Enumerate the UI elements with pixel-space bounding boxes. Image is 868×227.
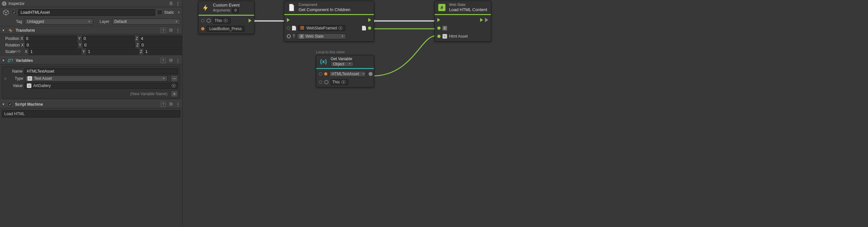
node-subtitle: Web Slate bbox=[449, 3, 487, 7]
script-machine-title: Script Machine bbox=[15, 102, 158, 107]
help-icon[interactable]: ? bbox=[161, 28, 166, 33]
gameobject-row: Static ▼ bbox=[0, 7, 182, 18]
tag-label: Tag bbox=[13, 19, 22, 24]
var-name-field[interactable] bbox=[25, 68, 178, 74]
static-label: Static bbox=[164, 10, 174, 15]
htmlasset-input-port[interactable] bbox=[437, 35, 440, 38]
flow-output-port[interactable] bbox=[249, 19, 251, 23]
hash-icon: # bbox=[442, 26, 447, 30]
static-dropdown-icon[interactable]: ▼ bbox=[177, 11, 180, 14]
preset-icon[interactable] bbox=[168, 28, 173, 33]
arguments-count[interactable]: 0 bbox=[232, 8, 239, 13]
drag-handle-icon[interactable]: ≡ bbox=[4, 76, 7, 80]
scale-link-icon[interactable] bbox=[15, 50, 20, 54]
scale-x-field[interactable] bbox=[29, 49, 81, 55]
gameobject-icon bbox=[206, 18, 211, 23]
layer-dropdown[interactable]: Default▼ bbox=[112, 19, 181, 25]
transform-header[interactable]: ▼ Transform ? ⋮ bbox=[0, 27, 182, 34]
input-port[interactable] bbox=[201, 19, 205, 22]
object-picker-icon[interactable] bbox=[339, 26, 342, 30]
node-title: Custom Event bbox=[213, 3, 240, 8]
svg-point-2 bbox=[172, 60, 172, 60]
target-input-port[interactable] bbox=[287, 27, 290, 30]
node-subtitle: Component bbox=[299, 3, 350, 7]
name-input-port[interactable] bbox=[319, 72, 322, 75]
string-input-port[interactable] bbox=[201, 27, 205, 30]
layer-value: Default bbox=[115, 19, 127, 24]
gameobject-name-field[interactable] bbox=[18, 9, 155, 16]
html-asset-label: Html Asset bbox=[449, 34, 468, 39]
preset-icon[interactable] bbox=[168, 102, 173, 107]
transform-body: Position X Y Z Rotation X Y Z Scale X Y … bbox=[0, 34, 182, 57]
transform-title: Transform bbox=[16, 28, 158, 33]
target-field[interactable]: This bbox=[213, 18, 230, 24]
variables-header[interactable]: ▼ Variables ? ⋮ bbox=[0, 57, 182, 64]
scale-y-field[interactable] bbox=[86, 49, 139, 55]
rotation-y-field[interactable] bbox=[83, 42, 135, 48]
inspector-header: i Inspector ⋮ bbox=[0, 0, 182, 7]
kebab-icon[interactable]: ⋮ bbox=[176, 58, 180, 63]
chevron-down-icon[interactable]: ▼ bbox=[2, 29, 5, 32]
flow-input-port[interactable] bbox=[287, 18, 290, 22]
data-output-port[interactable] bbox=[369, 72, 373, 76]
rotation-x-field[interactable] bbox=[25, 42, 78, 48]
type-input-port[interactable] bbox=[287, 34, 291, 38]
script-machine-header[interactable]: ▼ Script Machine ? ⋮ bbox=[0, 100, 182, 108]
graph-name-field[interactable]: Load HTML bbox=[2, 110, 180, 118]
node-get-component[interactable]: Component Get Component In Children WebS… bbox=[284, 1, 374, 41]
flow-output-port[interactable] bbox=[480, 18, 483, 22]
tag-value: Untagged bbox=[27, 19, 44, 24]
node-load-html[interactable]: # Web Slate Load HTML Content # ≡ Html A… bbox=[434, 1, 491, 41]
script-machine-body: Load HTML bbox=[0, 108, 182, 119]
position-label: Position bbox=[5, 36, 19, 41]
event-name-field[interactable]: LoadButton_Press bbox=[206, 26, 245, 32]
chevron-down-icon[interactable]: ▼ bbox=[2, 103, 5, 106]
variable-icon bbox=[319, 57, 328, 66]
variables-body: Name ≡ Type ≡Text Asset ▼ − Value ≡ArtGa… bbox=[0, 64, 182, 100]
kebab-icon[interactable]: ⋮ bbox=[176, 1, 180, 6]
tag-dropdown[interactable]: Untagged▼ bbox=[25, 19, 93, 25]
hash-icon: # bbox=[299, 34, 304, 39]
svg-point-3 bbox=[172, 103, 172, 104]
flow-input-port[interactable] bbox=[437, 18, 440, 22]
target-field[interactable]: WebSlateFramed bbox=[298, 25, 345, 31]
data-output-port[interactable] bbox=[368, 27, 371, 30]
position-y-field[interactable] bbox=[82, 36, 134, 41]
object-picker-icon[interactable] bbox=[172, 84, 176, 88]
add-variable-button[interactable]: + bbox=[171, 91, 178, 97]
type-label: T bbox=[293, 34, 295, 39]
script-machine-enabled-checkbox[interactable] bbox=[8, 102, 12, 107]
lock-icon[interactable] bbox=[169, 1, 173, 6]
chevron-down-icon[interactable]: ▼ bbox=[2, 59, 5, 62]
remove-variable-button[interactable]: − bbox=[171, 75, 178, 82]
layer-label: Layer bbox=[96, 19, 110, 24]
flow-output-port[interactable] bbox=[368, 18, 371, 22]
static-checkbox[interactable] bbox=[157, 10, 162, 15]
kebab-icon[interactable]: ⋮ bbox=[176, 102, 180, 107]
variables-title: Variables bbox=[16, 58, 158, 63]
position-x-field[interactable] bbox=[25, 36, 77, 41]
kebab-icon[interactable]: ⋮ bbox=[176, 28, 180, 33]
gameobject-icon bbox=[324, 80, 329, 85]
var-value-field[interactable]: ≡ArtGallery bbox=[25, 83, 178, 89]
text-asset-icon: ≡ bbox=[27, 84, 31, 88]
target-field[interactable]: This bbox=[331, 79, 348, 85]
var-type-dropdown[interactable]: ≡Text Asset ▼ bbox=[25, 75, 167, 82]
type-dropdown[interactable]: #Web Slate ▼ bbox=[297, 33, 346, 39]
variable-kind-dropdown[interactable]: Object▼ bbox=[331, 62, 353, 67]
script-graph-canvas[interactable]: Custom Event Arguments 0 This bbox=[183, 0, 868, 227]
preset-icon[interactable] bbox=[168, 58, 173, 63]
node-custom-event[interactable]: Custom Event Arguments 0 This bbox=[198, 1, 254, 34]
svg-point-1 bbox=[172, 29, 172, 30]
help-icon[interactable]: ? bbox=[161, 102, 166, 107]
target-input-port[interactable] bbox=[319, 80, 322, 84]
node-get-variable[interactable]: Get Variable Object▼ HTMLTextAsset▼ This bbox=[316, 55, 374, 87]
help-icon[interactable]: ? bbox=[161, 58, 166, 63]
var-name-label: Name bbox=[4, 69, 23, 74]
gameobject-enabled-checkbox[interactable] bbox=[12, 10, 17, 15]
variable-name-dropdown[interactable]: HTMLTextAsset▼ bbox=[329, 71, 366, 77]
object-picker-icon[interactable] bbox=[341, 80, 345, 84]
target-input-port[interactable] bbox=[437, 27, 440, 30]
var-type-label: Type bbox=[9, 76, 23, 81]
object-picker-icon[interactable] bbox=[224, 19, 228, 23]
